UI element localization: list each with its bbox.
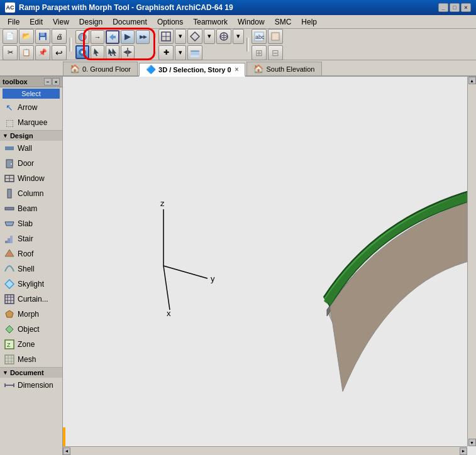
svg-text:i: i [82, 34, 83, 41]
rotate-button[interactable] [106, 30, 119, 44]
tool-slab[interactable]: Slab [0, 216, 62, 231]
tool-zone[interactable]: Z Zone [0, 337, 62, 352]
column-icon [4, 188, 15, 199]
tool-roof[interactable]: Roof [0, 246, 62, 261]
close-button[interactable]: × [461, 3, 471, 12]
toolbox-select-button[interactable]: Select [3, 89, 60, 99]
status-indicator [63, 427, 65, 446]
layer-btn[interactable] [187, 45, 202, 60]
tool-skylight[interactable]: Skylight [0, 277, 62, 292]
view-btn-5[interactable] [216, 29, 231, 44]
tool-curtain[interactable]: Curtain... [0, 292, 62, 307]
svg-rect-28 [272, 33, 279, 40]
svg-marker-5 [109, 34, 116, 40]
paste-button[interactable]: 📌 [35, 45, 50, 60]
minimize-button[interactable]: _ [438, 3, 448, 12]
tool-stair[interactable]: Stair [0, 231, 62, 246]
toolbar-btn-extra-2[interactable] [268, 29, 283, 44]
scroll-up-button[interactable]: ▲ [468, 77, 476, 84]
toolbox-close-button[interactable]: × [52, 78, 60, 85]
menu-options[interactable]: Options [152, 16, 188, 28]
tab-bar: 🏠 0. Ground Floor 🔷 3D / Selection, Stor… [0, 60, 476, 77]
tool-mesh[interactable]: Mesh [0, 352, 62, 367]
tool-shell[interactable]: Shell [0, 261, 62, 277]
view-btn-4[interactable]: ▾ [204, 29, 215, 44]
select-arrow-button[interactable] [121, 30, 135, 44]
tab-3d-close[interactable]: × [235, 66, 239, 73]
toolbar-btn-extra-1[interactable]: abc [252, 29, 267, 44]
open-button[interactable]: 📂 [19, 29, 34, 44]
main-layout: toolbox − × Select Arrow Marquee ▼ Desig… [0, 77, 476, 455]
snap-btn[interactable]: ✚ [158, 45, 174, 60]
svg-rect-43 [5, 295, 14, 304]
svg-rect-35 [8, 189, 11, 198]
tool-morph[interactable]: Morph [0, 307, 62, 322]
menu-help[interactable]: Help [296, 16, 322, 28]
transform-button[interactable]: → [91, 30, 104, 44]
menu-file[interactable]: File [3, 16, 25, 28]
view-btn-6[interactable]: ▾ [233, 29, 244, 44]
vertical-scrollbar[interactable]: ▲ ▼ [467, 77, 476, 446]
svg-text:x: x [167, 309, 171, 318]
view-btn-3[interactable] [187, 29, 202, 44]
menu-window[interactable]: Window [233, 16, 270, 28]
svg-rect-36 [5, 207, 14, 210]
tool-window[interactable]: Window [0, 171, 62, 186]
menu-view[interactable]: View [48, 16, 74, 28]
print-button[interactable]: 🖨 [52, 29, 67, 44]
undo-button[interactable]: ↩ [52, 45, 67, 60]
snap-btn-2[interactable]: ▾ [175, 45, 186, 60]
tool-dimension[interactable]: Dimension [0, 378, 62, 393]
tab-ground-floor[interactable]: 🏠 0. Ground Floor [63, 62, 138, 75]
toolbar-btn-extra-3[interactable]: ⊞ [252, 45, 267, 60]
menu-document[interactable]: Document [108, 16, 152, 28]
svg-marker-12 [108, 48, 113, 56]
tool-beam[interactable]: Beam [0, 201, 62, 216]
tab-south-elevation[interactable]: 🏠 South Elevation [246, 62, 321, 75]
new-button[interactable]: 📄 [3, 29, 18, 44]
tool-object[interactable]: Object [0, 322, 62, 337]
svg-text:y: y [211, 274, 215, 283]
tool-marquee[interactable]: Marquee [0, 115, 62, 130]
canvas-area[interactable]: z y x ▲ [63, 77, 476, 455]
active-tool-button[interactable] [75, 45, 89, 59]
section-design[interactable]: ▼ Design [0, 130, 62, 141]
svg-point-10 [81, 51, 84, 53]
svg-marker-48 [6, 310, 13, 317]
title-bar: AC Ramp Parapet with Morph Tool - Graphi… [0, 0, 476, 15]
menu-teamwork[interactable]: Teamwork [188, 16, 233, 28]
tool-wall[interactable]: Wall [0, 141, 62, 156]
cut-button[interactable]: ✂ [3, 45, 18, 60]
horizontal-scrollbar[interactable]: ◄ ► [63, 446, 467, 455]
toolbar-row-3: i → [75, 30, 150, 44]
menu-design[interactable]: Design [74, 16, 108, 28]
copy-button[interactable]: 📋 [19, 45, 34, 60]
svg-rect-39 [8, 238, 10, 243]
maximize-button[interactable]: □ [450, 3, 460, 12]
svg-marker-42 [5, 280, 14, 288]
save-button[interactable] [35, 29, 50, 44]
svg-rect-1 [40, 33, 45, 36]
toolbar-row-2: ✂ 📋 📌 ↩ [3, 45, 67, 60]
toolbar-btn-extra-4[interactable]: ⊟ [268, 45, 283, 60]
scroll-down-button[interactable]: ▼ [468, 439, 476, 446]
menu-smc[interactable]: SMC [270, 16, 297, 28]
tab-elevation-label: South Elevation [266, 65, 314, 73]
tool-door[interactable]: Door [0, 156, 62, 171]
view-btn-2[interactable]: ▾ [175, 29, 186, 44]
split-button[interactable] [121, 45, 135, 59]
tool-arrow[interactable]: Arrow [0, 100, 62, 115]
tab-3d[interactable]: 🔷 3D / Selection, Story 0 × [139, 63, 245, 77]
view-btn-1[interactable] [158, 29, 174, 44]
tool-column[interactable]: Column [0, 186, 62, 201]
arrow-double-button[interactable] [106, 45, 119, 59]
section-document[interactable]: ▼ Document [0, 367, 62, 378]
scroll-left-button[interactable]: ◄ [63, 447, 70, 455]
menu-edit[interactable]: Edit [25, 16, 48, 28]
select-arrow2-button[interactable] [136, 30, 150, 44]
arrow-normal-button[interactable] [91, 45, 104, 59]
toolbox-float-button[interactable]: − [44, 78, 52, 85]
info-button[interactable]: i [75, 30, 89, 44]
scroll-right-button[interactable]: ► [460, 447, 467, 455]
svg-rect-52 [5, 355, 14, 364]
